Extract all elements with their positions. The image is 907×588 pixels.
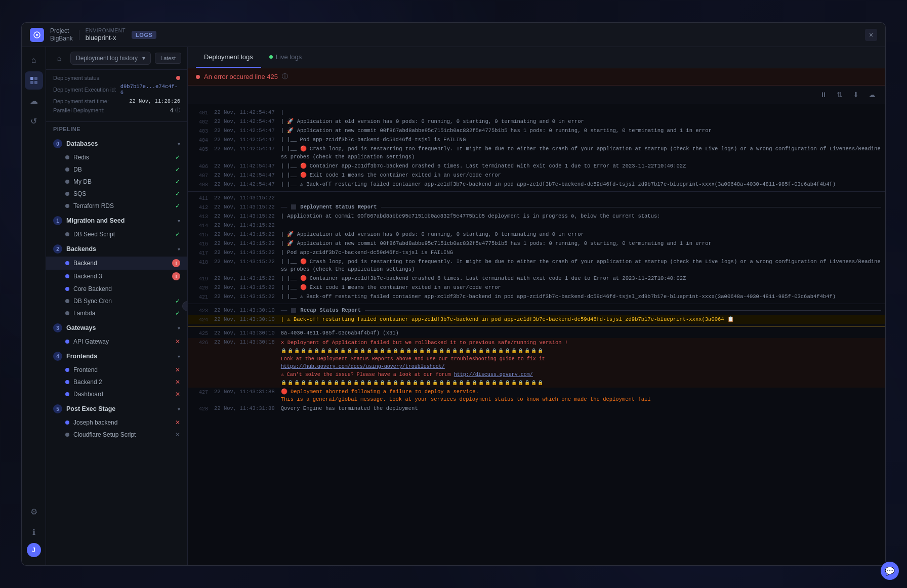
item-backend3-error-badge: ! bbox=[172, 272, 180, 280]
item-backend2-name: Backend 2 bbox=[73, 379, 171, 386]
tab-deployment-logs[interactable]: Deployment logs bbox=[196, 47, 261, 68]
group-number-1: 1 bbox=[53, 216, 62, 225]
group-databases-chevron-icon: ▾ bbox=[178, 141, 180, 147]
list-item[interactable]: Terraform RDS ✓ bbox=[46, 200, 187, 212]
start-time-label: Deployment start time: bbox=[53, 98, 109, 104]
list-item[interactable]: Cloudflare Setup Script ✕ bbox=[46, 429, 187, 441]
pause-button[interactable]: ⏸ bbox=[816, 88, 831, 102]
close-button[interactable]: × bbox=[865, 29, 877, 41]
item-dot-josephbackend bbox=[65, 421, 69, 425]
log-line-active: 424 22 Nov, 11:43:30:10 | ⚠ Back-off res… bbox=[188, 315, 885, 324]
log-separator bbox=[188, 191, 885, 192]
item-dashboard-status-icon: ✕ bbox=[175, 391, 180, 398]
filter-button[interactable]: ⇅ bbox=[833, 88, 847, 102]
list-item[interactable]: My DB ✓ bbox=[46, 176, 187, 188]
list-item[interactable]: Core Backend bbox=[46, 283, 187, 295]
item-cloudflare-status-icon: ✕ bbox=[175, 431, 180, 438]
group-migration-header[interactable]: 1 Migration and Seed ▾ bbox=[46, 213, 187, 228]
list-item[interactable]: SQS ✓ bbox=[46, 188, 187, 200]
error-info-icon[interactable]: ⓘ bbox=[282, 72, 288, 81]
group-migration-chevron-icon: ▾ bbox=[178, 218, 180, 224]
log-line: 423 22 Nov, 11:43:30:10 —— Recap Status … bbox=[188, 306, 885, 315]
log-line: 420 22 Nov, 11:43:15:22 | |__ 🔴 Exit cod… bbox=[188, 283, 885, 292]
item-apigateway-name: API Gateway bbox=[73, 338, 171, 345]
group-number-5: 5 bbox=[53, 404, 62, 413]
list-item[interactable]: Frontend ✕ bbox=[46, 364, 187, 376]
item-backend-error-badge: ! bbox=[172, 259, 180, 267]
group-databases-header[interactable]: 0 Databases ▾ bbox=[46, 136, 187, 151]
list-item[interactable]: Backend 3 ! bbox=[46, 270, 187, 283]
list-item[interactable]: Redis ✓ bbox=[46, 151, 187, 163]
nav-home-button[interactable]: ⌂ bbox=[52, 51, 66, 65]
latest-button[interactable]: Latest bbox=[155, 53, 181, 64]
group-backends-chevron-icon: ▾ bbox=[178, 246, 180, 252]
group-number-3: 3 bbox=[53, 323, 62, 332]
start-time-value: 22 Nov, 11:28:26 bbox=[129, 98, 180, 104]
log-line: 413 22 Nov, 11:43:15:22 | Application at… bbox=[188, 212, 885, 221]
item-dot-db bbox=[65, 167, 69, 172]
item-dot-backend2 bbox=[65, 380, 69, 384]
list-item[interactable]: DB Seed Script ✓ bbox=[46, 228, 187, 240]
group-postexec-header[interactable]: 5 Post Exec Stage ▾ bbox=[46, 401, 187, 416]
item-redis-status-icon: ✓ bbox=[175, 154, 180, 161]
group-number-4: 4 bbox=[53, 352, 62, 361]
download-button[interactable]: ⬇ bbox=[849, 88, 863, 102]
item-frontend-status-icon: ✕ bbox=[175, 366, 180, 373]
log-line: 421 22 Nov, 11:43:15:22 | |__ ⚠ Back-off… bbox=[188, 292, 885, 302]
list-item[interactable]: Joseph backend ✕ bbox=[46, 416, 187, 429]
list-item[interactable]: Dashboard ✕ bbox=[46, 388, 187, 400]
group-gateways-header[interactable]: 3 Gateways ▾ bbox=[46, 320, 187, 335]
group-backends-header[interactable]: 2 Backends ▾ bbox=[46, 241, 187, 257]
item-dot-apigateway bbox=[65, 340, 69, 344]
status-label: Deployment status: bbox=[53, 75, 101, 81]
item-corebackend-name: Core Backend bbox=[73, 285, 180, 292]
execution-id-label: Deployment Execution id: bbox=[53, 87, 116, 93]
group-number-0: 0 bbox=[53, 139, 62, 148]
item-dot-redis bbox=[65, 155, 69, 159]
sidebar-cloud-icon[interactable]: ☁ bbox=[25, 92, 43, 110]
tab-live-logs[interactable]: Live logs bbox=[261, 47, 310, 68]
group-frontends-chevron-icon: ▾ bbox=[178, 354, 180, 359]
item-dbseed-status-icon: ✓ bbox=[175, 231, 180, 238]
parallel-info-icon: ⓘ bbox=[175, 107, 180, 114]
svg-point-1 bbox=[36, 34, 38, 36]
pipeline-group-frontends: 4 Frontends ▾ Frontend ✕ Backend 2 bbox=[46, 349, 187, 400]
log-line: 415 22 Nov, 11:43:15:22 | 🚀 Application … bbox=[188, 230, 885, 239]
list-item[interactable]: Backend 2 ✕ bbox=[46, 376, 187, 388]
list-item[interactable]: Backend ! bbox=[46, 257, 187, 270]
list-item[interactable]: API Gateway ✕ bbox=[46, 335, 187, 348]
log-separator bbox=[188, 304, 885, 304]
item-dot-frontend bbox=[65, 368, 69, 372]
sidebar-home-icon[interactable]: ⌂ bbox=[25, 51, 43, 69]
parallel-label: Parallel Deployment: bbox=[53, 107, 105, 113]
pipeline-group-databases: 0 Databases ▾ Redis ✓ DB ✓ bbox=[46, 136, 187, 212]
breadcrumb-text: Deployment log history bbox=[76, 55, 138, 62]
log-area[interactable]: 401 22 Nov, 11:42:54:47 | 402 22 Nov, 11… bbox=[188, 104, 885, 565]
sidebar-info-icon[interactable]: ℹ bbox=[25, 523, 43, 541]
log-line: 402 22 Nov, 11:42:54:47 | 🚀 Application … bbox=[188, 117, 885, 127]
group-frontends-header[interactable]: 4 Frontends ▾ bbox=[46, 349, 187, 364]
sidebar-settings-icon[interactable]: ⚙ bbox=[25, 502, 43, 521]
settings-log-button[interactable]: ☁ bbox=[865, 88, 879, 102]
item-sqs-status-icon: ✓ bbox=[175, 190, 180, 197]
list-item[interactable]: DB ✓ bbox=[46, 163, 187, 176]
item-dot-backend3 bbox=[65, 274, 69, 278]
sidebar-history-icon[interactable]: ↺ bbox=[25, 112, 43, 130]
item-dbsynccron-status-icon: ✓ bbox=[175, 298, 180, 305]
pipeline-list: 0 Databases ▾ Redis ✓ DB ✓ bbox=[46, 136, 187, 565]
list-item[interactable]: Lambda ✓ bbox=[46, 307, 187, 319]
item-apigateway-status-icon: ✕ bbox=[175, 338, 180, 345]
group-number-2: 2 bbox=[53, 244, 62, 254]
icon-sidebar: ⌂ ☁ ↺ ⚙ ℹ J bbox=[22, 47, 46, 565]
list-item[interactable]: DB Sync Cron ✓ bbox=[46, 295, 187, 307]
log-line: 412 22 Nov, 11:43:15:22 —— Deployment St… bbox=[188, 203, 885, 212]
item-dot-dbseed bbox=[65, 232, 69, 236]
chat-button[interactable]: 💬 bbox=[881, 562, 899, 580]
item-terraform-status-icon: ✓ bbox=[175, 202, 180, 209]
deployment-log-history-button[interactable]: Deployment log history ▾ bbox=[70, 52, 151, 65]
item-josephbackend-name: Joseph backend bbox=[73, 419, 171, 426]
log-line: 405 22 Nov, 11:42:54:47 | |__ 🔴 Crash lo… bbox=[188, 145, 885, 162]
svg-rect-2 bbox=[30, 77, 33, 80]
sidebar-deploy-icon[interactable] bbox=[25, 71, 43, 90]
log-line: 408 22 Nov, 11:42:54:47 | |__ ⚠ Back-off… bbox=[188, 180, 885, 189]
